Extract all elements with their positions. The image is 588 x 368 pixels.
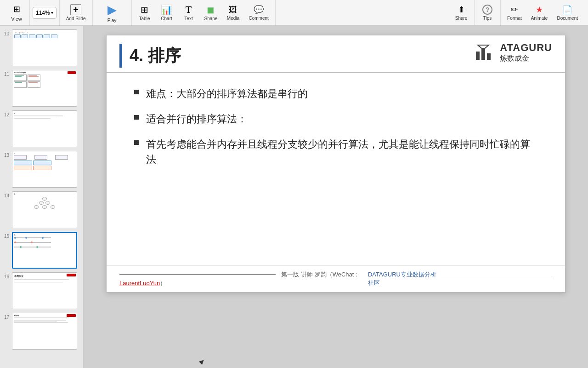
bullet-text-1: 难点：大部分的排序算法都是串行的 (146, 86, 308, 101)
comment-icon: 💬 (254, 5, 264, 15)
chart-button[interactable]: 📊 Chart (157, 2, 177, 23)
slide-thumbnail-13[interactable]: 13 1. (0, 149, 83, 190)
slide-thumbnail-12[interactable]: 12 1. (0, 109, 83, 149)
bullet-text-2: 适合并行的排序算法： (146, 111, 247, 126)
logo-text-container: ATAGURU 炼数成金 (500, 42, 552, 63)
slide-preview-11: ATAGURU代码解析 (12, 70, 77, 107)
slide-logo: ATAGURU 炼数成金 (474, 42, 552, 63)
table-label: Table (139, 16, 150, 21)
main-layout: 10 （ i ）y = f ( x+1 ） 11 (0, 26, 588, 368)
format-label: Format (507, 16, 522, 21)
tips-button[interactable]: ? Tips (477, 3, 498, 23)
toolbar: ⊞ View 114% ▾ + Add Slide ▶ Play ⊞ Table… (0, 0, 588, 26)
add-slide-button[interactable]: + Add Slide (62, 2, 90, 23)
slide-panel[interactable]: 10 （ i ）y = f ( x+1 ） 11 (0, 26, 84, 368)
logo-text-main: ATAGURU (500, 42, 552, 54)
shape-label: Shape (204, 16, 218, 21)
slide-preview-14: 1. ← (12, 191, 77, 228)
bullet-square-3 (134, 140, 139, 145)
table-button[interactable]: ⊞ Table (135, 2, 155, 23)
format-button[interactable]: ✏ Format (503, 3, 526, 23)
slide-thumbnail-16[interactable]: 16 本周作业 (0, 270, 83, 311)
tips-label: Tips (483, 16, 492, 21)
insert-group: ⊞ Table 📊 Chart T Text ◼ Shape 🖼 Media 💬… (132, 0, 276, 25)
play-group: ▶ Play (93, 0, 132, 25)
slide-number-15: 15 (3, 234, 9, 239)
slide-preview-13: 1. (12, 151, 77, 188)
document-label: Document (557, 16, 578, 21)
shape-button[interactable]: ◼ Shape (201, 2, 221, 23)
animate-label: Animate (531, 16, 548, 21)
bullet-item-1: 难点：大部分的排序算法都是串行的 (134, 86, 537, 101)
slide-preview-12: 1. (12, 110, 77, 147)
footer-close: ） (160, 280, 166, 287)
slide-title: 4. 排序 (130, 45, 181, 67)
chart-label: Chart (161, 16, 172, 21)
slide-thumbnail-11[interactable]: 11 ATAGURU代码解析 (0, 68, 83, 109)
add-slide-group: + Add Slide (60, 0, 93, 25)
bullet-square-2 (134, 115, 139, 120)
table-icon: ⊞ (141, 4, 148, 15)
slide-number-13: 13 (3, 153, 9, 158)
play-icon: ▶ (107, 3, 117, 17)
zoom-selector[interactable]: 114% ▾ (33, 7, 57, 19)
bullet-item-2: 适合并行的排序算法： (134, 111, 537, 126)
slide-thumbnail-17[interactable]: 17 本周作业 (0, 311, 83, 351)
slide-thumbnail-10[interactable]: 10 （ i ）y = f ( x+1 ） (0, 28, 83, 68)
tips-group: ? Tips (475, 0, 501, 25)
dataguru-logo-icon (474, 43, 496, 63)
document-icon: 📄 (562, 5, 572, 15)
footer-left-content: 第一版 讲师 罗韵（WeChat：LaurentLuoYun） (119, 270, 368, 288)
add-slide-icon: + (70, 4, 81, 15)
slide-number-12: 12 (3, 112, 9, 117)
slide-header: 4. 排序 ATAGURU 炼数成金 (107, 35, 565, 73)
footer-line-left (119, 274, 276, 275)
title-bar-decoration (119, 44, 122, 68)
slide-body: 难点：大部分的排序算法都是串行的 适合并行的排序算法： 首先考虑能合并内存并且线… (107, 73, 565, 265)
share-group: ⬆ Share (448, 0, 475, 25)
view-label: View (11, 16, 22, 22)
zoom-value: 114% (36, 10, 50, 16)
footer-right-text: DATAGURU专业数据分析社区 (368, 270, 437, 287)
view-icon: ⊞ (13, 4, 20, 14)
document-button[interactable]: 📄 Document (553, 3, 582, 23)
slide-preview-10: （ i ）y = f ( x+1 ） (12, 29, 77, 66)
footer-line-right (441, 279, 552, 279)
play-button[interactable]: ▶ Play (102, 1, 122, 25)
slide-thumbnail-14[interactable]: 14 1. (0, 190, 83, 230)
footer-right-content: DATAGURU专业数据分析社区 (368, 270, 552, 287)
slide-preview-15: 1. (12, 232, 77, 269)
format-icon: ✏ (511, 5, 518, 15)
footer-left-text: 第一版 讲师 罗韵（WeChat： (281, 271, 360, 278)
animate-button[interactable]: ★ Animate (527, 3, 552, 23)
share-icon: ⬆ (458, 5, 465, 15)
bullet-item-3: 首先考虑能合并内存并且线程分支较少的并行算法，尤其是能让线程保持同时忙碌的算法 (134, 137, 537, 167)
slide-number-16: 16 (3, 274, 9, 279)
slide-canvas[interactable]: 4. 排序 ATAGURU 炼数成金 (106, 35, 565, 293)
slide-number-17: 17 (3, 315, 9, 320)
bullet-square-1 (134, 90, 139, 94)
comment-button[interactable]: 💬 Comment (245, 3, 272, 23)
tips-icon: ? (482, 5, 492, 15)
share-label: Share (455, 16, 468, 21)
slide-footer: 第一版 讲师 罗韵（WeChat：LaurentLuoYun） DATAGURU… (107, 265, 565, 292)
svg-rect-2 (487, 53, 491, 60)
view-group: ⊞ View (4, 0, 30, 25)
text-label: Text (184, 16, 192, 21)
text-button[interactable]: T Text (179, 3, 199, 23)
slide-preview-17: 本周作业 (12, 313, 77, 350)
view-button[interactable]: ⊞ View (6, 2, 27, 23)
comment-label: Comment (249, 16, 268, 21)
media-label: Media (227, 16, 239, 21)
chart-icon: 📊 (161, 4, 172, 15)
svg-rect-0 (476, 52, 480, 60)
share-button[interactable]: ⬆ Share (451, 3, 471, 23)
footer-wechat-link[interactable]: LaurentLuoYun (119, 280, 160, 287)
slide-number-10: 10 (3, 31, 9, 36)
slide-number-11: 11 (3, 72, 9, 77)
slide-thumbnail-15[interactable]: 15 1. (0, 230, 83, 270)
zoom-group: 114% ▾ (30, 0, 60, 25)
media-button[interactable]: 🖼 Media (223, 3, 243, 23)
play-label: Play (107, 18, 116, 23)
slide-preview-16: 本周作业 (12, 272, 77, 309)
